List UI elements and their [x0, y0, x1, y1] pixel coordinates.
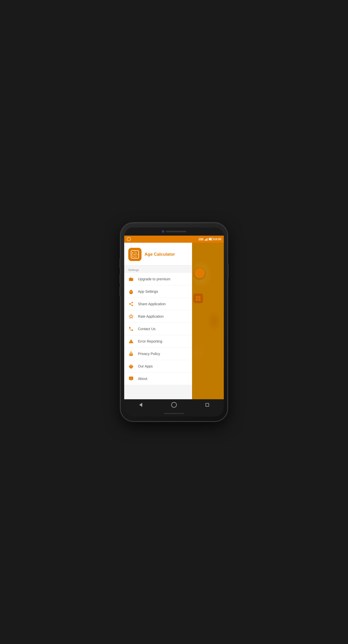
svg-text:×: × [132, 251, 133, 254]
svg-rect-33 [198, 296, 200, 298]
app-bg-pattern [192, 243, 224, 399]
recents-icon [205, 403, 209, 407]
menu-item-contact[interactable]: Contact Us [124, 323, 192, 335]
svg-point-22 [131, 364, 132, 366]
app-icon: × ÷ + − [128, 248, 141, 261]
app-title: Age Calculator [145, 252, 175, 257]
back-icon [139, 403, 142, 407]
svg-rect-35 [198, 299, 200, 301]
menu-item-share[interactable]: Share Application [124, 298, 192, 310]
menu-label-privacy: Privacy Policy [138, 352, 160, 356]
menu-label-our-apps: Our Apps [138, 364, 153, 368]
svg-point-12 [131, 291, 131, 292]
app-square-button [193, 294, 203, 303]
status-icons: LTE 10:05 [198, 238, 221, 241]
bottom-navigation [124, 399, 224, 410]
navigation-drawer: × ÷ + − Age Calculator Settings [124, 243, 192, 399]
svg-rect-27 [131, 368, 132, 369]
home-icon [171, 402, 177, 408]
menu-label-share: Share Application [138, 302, 166, 306]
content-area: × ÷ + − Age Calculator Settings [124, 243, 224, 399]
menu-list: Upgrade to premium [124, 273, 192, 385]
svg-rect-32 [196, 296, 198, 298]
svg-text:÷: ÷ [135, 251, 137, 254]
app-background [192, 243, 224, 399]
star-icon [128, 314, 134, 319]
svg-rect-26 [130, 368, 131, 369]
svg-point-29 [131, 366, 132, 367]
phone-screen: LTE 10:05 [124, 227, 224, 417]
back-button[interactable] [137, 401, 144, 408]
notch-center [162, 230, 186, 233]
status-dot [127, 237, 131, 241]
menu-item-rate[interactable]: Rate Application [124, 310, 192, 323]
menu-label-rate: Rate Application [138, 314, 164, 318]
menu-label-about: About [138, 377, 147, 381]
briefcase-icon [128, 276, 134, 282]
svg-line-16 [130, 303, 132, 304]
menu-item-privacy[interactable]: Privacy Policy [124, 348, 192, 360]
svg-point-21 [130, 364, 131, 366]
gear-icon [128, 289, 134, 294]
front-camera [162, 230, 164, 233]
status-time: 10:05 [214, 238, 221, 241]
lte-icon: LTE [198, 238, 204, 241]
svg-text:−: − [135, 255, 137, 258]
phone-icon [128, 326, 134, 332]
drawer-header: × ÷ + − Age Calculator [124, 243, 192, 265]
svg-rect-9 [129, 278, 133, 279]
lock-icon [128, 351, 134, 357]
signal-icon [205, 238, 208, 241]
svg-point-20 [131, 354, 131, 355]
battery-fill [209, 238, 212, 240]
phone-device: LTE 10:05 [121, 223, 227, 421]
svg-rect-25 [133, 366, 133, 367]
chin-bar [164, 413, 184, 414]
svg-rect-34 [196, 299, 198, 301]
settings-section-label: Settings [124, 265, 192, 273]
speaker [166, 231, 186, 232]
svg-rect-24 [129, 366, 130, 367]
menu-label-contact: Contact Us [138, 327, 155, 331]
svg-text:!: ! [131, 377, 132, 380]
menu-label-upgrade: Upgrade to premium [138, 277, 170, 281]
svg-line-17 [130, 304, 132, 305]
menu-item-about[interactable]: ! About [124, 373, 192, 385]
warning-icon: ! [128, 339, 134, 344]
home-button[interactable] [170, 401, 178, 408]
menu-label-app-settings: App Settings [138, 289, 158, 294]
svg-rect-23 [129, 365, 133, 368]
share-icon [128, 301, 134, 307]
svg-point-28 [130, 366, 131, 367]
status-bar: LTE 10:05 [124, 236, 224, 243]
notch-bar [124, 227, 224, 236]
svg-text:!: ! [131, 341, 131, 343]
app-circle-button [195, 268, 205, 278]
menu-item-our-apps[interactable]: Our Apps [124, 360, 192, 373]
menu-item-error[interactable]: ! Error Reporting [124, 335, 192, 348]
android-icon [128, 363, 134, 369]
bottom-chin [124, 410, 224, 417]
menu-label-error: Error Reporting [138, 339, 162, 343]
svg-text:+: + [132, 255, 134, 258]
info-bubble-icon: ! [128, 376, 134, 381]
recents-button[interactable] [204, 401, 211, 408]
menu-item-app-settings[interactable]: App Settings [124, 285, 192, 298]
menu-item-upgrade[interactable]: Upgrade to premium [124, 273, 192, 285]
battery-icon [209, 238, 213, 240]
